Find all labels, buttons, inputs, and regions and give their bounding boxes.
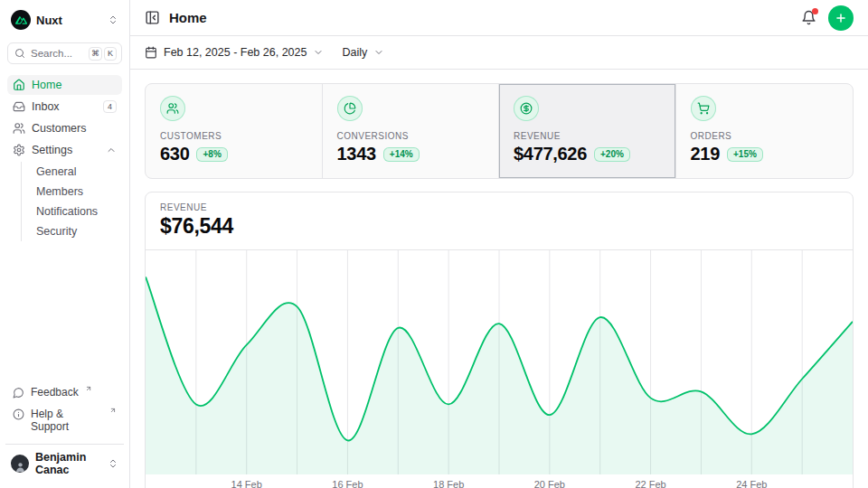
stat-value: 630 (160, 144, 189, 164)
search-input[interactable]: Search... ⌘ K (7, 42, 122, 64)
sidebar-collapse-button[interactable] (145, 10, 160, 25)
stat-delta-badge: +20% (594, 147, 630, 162)
stat-revenue[interactable]: REVENUE $477,626 +20% (499, 84, 676, 178)
header-actions (801, 5, 854, 31)
sidebar-item-label: Settings (32, 144, 72, 156)
sidebar-item-members[interactable]: Members (22, 182, 122, 202)
shopping-cart-icon (691, 96, 716, 121)
revenue-chart-card: REVENUE $76,544 14 Feb16 Feb18 Feb20 Feb… (145, 192, 854, 488)
notifications-button[interactable] (801, 10, 816, 25)
sidebar-item-inbox[interactable]: Inbox 4 (7, 97, 122, 117)
chevron-down-icon (373, 47, 384, 58)
x-axis-label: 14 Feb (231, 479, 262, 488)
external-link-icon (109, 407, 117, 414)
stat-value: $477,626 (514, 144, 587, 164)
stat-orders[interactable]: ORDERS 219 +15% (676, 84, 854, 178)
stat-delta-badge: +14% (383, 147, 420, 162)
footer-link-label: Feedback (31, 386, 79, 399)
sidebar-item-customers[interactable]: Customers (7, 118, 122, 138)
message-bubble-icon (13, 387, 24, 399)
chart-current-value: $76,544 (160, 214, 838, 239)
avatar (11, 455, 29, 473)
inbox-icon (13, 100, 25, 113)
date-range-value: Feb 12, 2025 - Feb 26, 2025 (164, 46, 307, 59)
chevrons-up-down-icon (108, 458, 118, 469)
sidebar-spacer (7, 241, 122, 382)
sidebar-footer-links: Feedback Help & Support (7, 382, 122, 436)
calendar-icon (145, 46, 157, 59)
workspace-name: Nuxt (36, 14, 62, 27)
kbd-k: K (104, 47, 117, 61)
nuxt-logo-icon (11, 10, 31, 30)
chevron-down-icon (313, 47, 324, 58)
sidebar-item-security[interactable]: Security (22, 221, 122, 241)
stat-conversions[interactable]: CONVERSIONS 1343 +14% (323, 84, 500, 178)
search-icon (14, 48, 25, 59)
page-title: Home (169, 10, 207, 25)
gear-icon (13, 144, 25, 156)
info-circle-icon (13, 408, 24, 420)
x-axis-label: 18 Feb (433, 479, 464, 488)
users-icon (160, 96, 185, 121)
page-header: Home (130, 0, 868, 36)
home-icon (13, 79, 25, 91)
x-axis-label: 24 Feb (736, 479, 767, 488)
feedback-link[interactable]: Feedback (7, 382, 122, 402)
chart-x-axis: 14 Feb16 Feb18 Feb20 Feb22 Feb24 Feb (146, 474, 853, 488)
stat-customers[interactable]: CUSTOMERS 630 +8% (146, 84, 323, 178)
chart-pie-icon (337, 96, 363, 121)
sidebar-divider (5, 444, 124, 445)
search-shortcut: ⌘ K (89, 47, 117, 61)
workspace-switcher[interactable]: Nuxt (7, 7, 122, 33)
stat-label: CUSTOMERS (160, 131, 307, 141)
stat-label: ORDERS (691, 131, 839, 141)
add-button[interactable] (828, 5, 854, 31)
footer-link-label: Help & Support (31, 408, 103, 433)
stat-label: REVENUE (514, 131, 661, 141)
panel-left-close-icon (145, 10, 160, 25)
settings-subnav: General Members Notifications Security (21, 162, 122, 241)
users-icon (13, 122, 25, 135)
dashboard-content: CUSTOMERS 630 +8% CONVERSIONS 1343 +14% (130, 70, 868, 488)
x-axis-label: 22 Feb (635, 479, 665, 488)
circle-dollar-icon (514, 96, 539, 121)
date-range-picker[interactable]: Feb 12, 2025 - Feb 26, 2025 (145, 46, 324, 59)
help-support-link[interactable]: Help & Support (7, 404, 122, 436)
stat-value: 1343 (337, 144, 376, 164)
inbox-count-badge: 4 (103, 100, 117, 113)
x-axis-label: 16 Feb (332, 479, 363, 488)
main-area: Home Feb 12, 2025 - Feb 26, 2025 Daily (130, 0, 868, 488)
sidebar-item-label: Home (32, 79, 61, 91)
sidebar-nav: Home Inbox 4 Customers Settings General … (7, 75, 122, 241)
stat-value: 219 (691, 144, 720, 164)
sidebar-item-general[interactable]: General (22, 162, 122, 182)
kbd-meta: ⌘ (89, 47, 102, 61)
sidebar-item-settings[interactable]: Settings (7, 140, 122, 160)
sidebar: Nuxt Search... ⌘ K Home Inbox 4 Customer… (0, 0, 130, 488)
notification-dot (812, 8, 818, 14)
sidebar-item-label: Inbox (32, 100, 60, 113)
revenue-area-chart[interactable] (146, 250, 853, 474)
period-value: Daily (342, 46, 367, 59)
external-link-icon (85, 385, 92, 392)
stat-delta-badge: +8% (196, 147, 227, 162)
user-menu[interactable]: Benjamin Canac (7, 446, 122, 481)
stat-delta-badge: +15% (727, 147, 763, 162)
chevron-up-icon (106, 145, 117, 155)
sidebar-item-notifications[interactable]: Notifications (22, 202, 122, 221)
sidebar-item-home[interactable]: Home (7, 75, 122, 95)
stats-row: CUSTOMERS 630 +8% CONVERSIONS 1343 +14% (145, 83, 854, 179)
plus-icon (835, 12, 847, 24)
x-axis-label: 20 Feb (534, 479, 565, 488)
chart-header: REVENUE $76,544 (146, 192, 853, 250)
user-name: Benjamin Canac (35, 451, 101, 476)
sidebar-item-label: Customers (32, 122, 86, 135)
chevrons-up-down-icon (108, 14, 118, 25)
period-select[interactable]: Daily (342, 46, 384, 59)
chart-title: REVENUE (160, 202, 838, 212)
filters-toolbar: Feb 12, 2025 - Feb 26, 2025 Daily (130, 36, 868, 70)
search-placeholder: Search... (31, 48, 72, 59)
stat-label: CONVERSIONS (337, 131, 485, 141)
